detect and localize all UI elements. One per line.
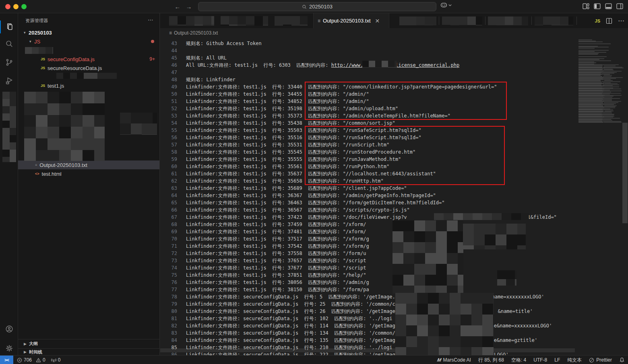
encoding[interactable]: UTF-8 bbox=[533, 357, 547, 363]
search-sidebar-icon[interactable] bbox=[0, 36, 18, 52]
js-file-icon: JS bbox=[41, 66, 45, 70]
timeline-section[interactable]: ▶时间线 bbox=[18, 348, 160, 355]
tree-item-label: secureResourceData.js bbox=[48, 65, 102, 71]
customize-layout-icon[interactable] bbox=[583, 3, 589, 10]
sidebar-more-actions[interactable]: ⋯ bbox=[148, 16, 154, 23]
line-number: 63 bbox=[160, 185, 177, 192]
tree-item-test-html[interactable]: <>test.html bbox=[18, 169, 160, 178]
tab-output-20250103[interactable]: ≡ Output-20250103.txt ✕ bbox=[313, 13, 389, 28]
sidebar-title: 资源管理器 bbox=[25, 18, 48, 24]
redacted-url-part bbox=[362, 61, 397, 68]
redacted-tab[interactable] bbox=[442, 16, 482, 25]
line-number: 73 bbox=[160, 257, 177, 264]
line-number: 71 bbox=[160, 243, 177, 250]
tree-item-label: JS bbox=[34, 39, 40, 45]
toggle-panel-icon[interactable] bbox=[605, 3, 612, 10]
marscode-ai-item[interactable]: M MarsCode AI bbox=[437, 357, 471, 363]
tree-item-secureconfigdata-js[interactable]: JSsecureConfigData.js9+ bbox=[18, 55, 160, 64]
ports-indicator[interactable]: 0 bbox=[51, 357, 61, 363]
split-editor-icon[interactable] bbox=[606, 18, 612, 24]
editor-line-64: 64Linkfinder:文件路径: test1.js 行号: 36367 匹配… bbox=[160, 192, 628, 199]
minimap[interactable] bbox=[576, 38, 622, 355]
line-number: 75 bbox=[160, 271, 177, 279]
line-number: 52 bbox=[160, 105, 177, 112]
source-control-icon[interactable] bbox=[0, 54, 18, 70]
tree-item-secureresourcedata-js[interactable]: JSsecureResourceData.js bbox=[18, 64, 160, 72]
language-mode[interactable]: 纯文本 bbox=[567, 357, 582, 364]
tree-item-label: 20250103 bbox=[29, 30, 52, 36]
tab-close-icon[interactable]: ✕ bbox=[375, 18, 380, 24]
nav-forward-icon[interactable]: → bbox=[184, 2, 193, 11]
redacted-tab[interactable] bbox=[221, 16, 268, 26]
redacted-tab[interactable] bbox=[535, 16, 573, 25]
line-number: 70 bbox=[160, 235, 177, 243]
vertical-scrollbar[interactable] bbox=[622, 123, 628, 223]
line-number: 49 bbox=[160, 83, 177, 90]
activity-bar bbox=[0, 13, 18, 355]
url-link[interactable]: http://www. bbox=[331, 62, 363, 68]
copilot-button[interactable] bbox=[440, 2, 452, 8]
window-minimize-button[interactable] bbox=[13, 4, 19, 9]
line-number: 82 bbox=[160, 322, 177, 329]
editor-line-83: 83Linkfinder:文件路径: secureConfigData.js 行… bbox=[160, 329, 628, 337]
redacted-tab[interactable] bbox=[399, 16, 436, 25]
warning-icon bbox=[36, 358, 41, 363]
js-language-icon[interactable]: JS bbox=[595, 19, 600, 23]
editor-pane[interactable]: 43规则名: Github Access Token4445规则名: All U… bbox=[160, 38, 628, 355]
tree-item-test1-js[interactable]: JStest1.js bbox=[18, 81, 160, 90]
error-count: 706 bbox=[24, 357, 32, 363]
problems-indicator[interactable]: 706 0 bbox=[17, 357, 45, 363]
editor-line-82: 82Linkfinder:文件路径: secureConfigData.js 行… bbox=[160, 322, 628, 329]
formatter-item[interactable]: Prettier bbox=[589, 357, 612, 363]
marscode-logo-icon: M bbox=[436, 357, 442, 363]
explorer-icon[interactable] bbox=[0, 19, 18, 35]
redacted-tab[interactable] bbox=[488, 16, 528, 25]
window-close-button[interactable] bbox=[5, 4, 10, 9]
editor-line-81: 81Linkfinder:文件路径: secureConfigData.js 行… bbox=[160, 315, 628, 322]
outline-section[interactable]: ▶大纲 bbox=[18, 339, 160, 348]
error-icon bbox=[17, 358, 22, 363]
toggle-secondary-sidebar-icon[interactable] bbox=[616, 3, 623, 10]
red-annotation-box-2 bbox=[305, 126, 505, 185]
line-number: 47 bbox=[160, 69, 177, 76]
notifications-bell-icon[interactable] bbox=[619, 357, 625, 363]
horizontal-scrollbar[interactable] bbox=[160, 348, 575, 352]
run-debug-icon[interactable] bbox=[0, 73, 18, 89]
line-number: 69 bbox=[160, 228, 177, 235]
window-zoom-button[interactable] bbox=[21, 4, 27, 9]
editor-area: ≡ Output-20250103.txt ✕ JS ⋯ ≡ Output-20… bbox=[160, 13, 628, 355]
text-file-icon: ≡ bbox=[318, 18, 320, 24]
remote-indicator[interactable]: >< bbox=[0, 356, 13, 364]
eol-sequence[interactable]: LF bbox=[554, 357, 560, 363]
line-number: 80 bbox=[160, 308, 177, 315]
accounts-icon[interactable] bbox=[0, 321, 18, 337]
editor-more-actions-icon[interactable]: ⋯ bbox=[618, 17, 625, 25]
editor-line-66: 66Linkfinder:文件路径: test1.js 行号: 36567 匹配… bbox=[160, 206, 628, 214]
line-number: 62 bbox=[160, 177, 177, 185]
js-file-icon: JS bbox=[41, 84, 45, 88]
redacted-content bbox=[395, 293, 494, 355]
toggle-primary-sidebar-icon[interactable] bbox=[594, 3, 601, 10]
indentation[interactable]: 空格: 4 bbox=[511, 357, 526, 364]
editor-line-79: 79Linkfinder:文件路径: secureConfigData.js 行… bbox=[160, 300, 628, 308]
tree-item-label: secureConfigData.js bbox=[48, 56, 95, 62]
tree-item-js[interactable]: ▾JS bbox=[18, 37, 160, 46]
chevron-down-icon bbox=[448, 4, 452, 7]
url-link[interactable]: license_commercial.php bbox=[395, 62, 459, 68]
line-number: 50 bbox=[160, 90, 177, 98]
cursor-position[interactable]: 行 85, 列 68 bbox=[478, 357, 504, 364]
editor-line-84: 84Linkfinder:文件路径: secureConfigData.js 行… bbox=[160, 337, 628, 344]
tree-item-20250103[interactable]: ▾20250103 bbox=[18, 28, 160, 37]
nav-back-icon[interactable]: ← bbox=[173, 2, 182, 11]
modified-dot-icon bbox=[151, 40, 154, 43]
line-number: 66 bbox=[160, 206, 177, 214]
tree-item-output-20250103-txt[interactable]: ≡Output-20250103.txt bbox=[18, 160, 160, 169]
copilot-icon bbox=[440, 2, 447, 8]
redacted-tree-block bbox=[24, 92, 105, 161]
redacted-tab[interactable] bbox=[169, 16, 214, 26]
editor-line-47: 47 bbox=[160, 69, 628, 76]
settings-gear-icon[interactable] bbox=[0, 340, 18, 356]
command-center-search[interactable]: 20250103 bbox=[198, 2, 436, 11]
redacted-tab[interactable] bbox=[275, 16, 308, 26]
breadcrumb[interactable]: ≡ Output-20250103.txt bbox=[160, 28, 628, 38]
